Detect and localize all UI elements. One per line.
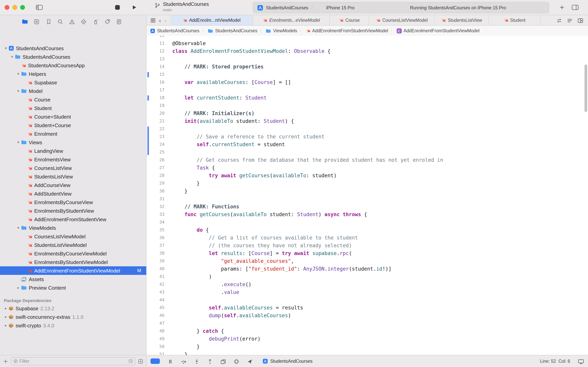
line-number[interactable]: 33 [147, 211, 168, 218]
line-number[interactable]: 38 [147, 250, 168, 257]
run-button[interactable] [131, 5, 137, 10]
breadcrumb-item[interactable]: CAddEnrolmentFromStudentViewModel [396, 28, 479, 33]
activity-viewer[interactable]: StudentsAndCourses 〉 iPhone 15 Pro Runni… [253, 2, 549, 13]
code-line[interactable]: 30 } [147, 187, 588, 195]
tree-item[interactable]: EnrolmentsByStudentView [0, 206, 146, 215]
disclosure-triangle-icon[interactable]: ▾ [9, 55, 15, 59]
code-line[interactable]: 29 } [147, 180, 588, 187]
minimize-button[interactable] [12, 5, 17, 10]
code-line[interactable]: 17 [147, 86, 588, 94]
code-line[interactable]: 50 } [147, 343, 588, 351]
line-number[interactable]: 16 [147, 79, 168, 86]
breadcrumb-item[interactable]: ViewModels [266, 28, 297, 33]
package-item[interactable]: ▸swift-crypto3.4.0 [0, 321, 146, 330]
line-number[interactable]: 48 [147, 327, 168, 335]
line-number[interactable]: 23 [147, 133, 168, 141]
line-number[interactable]: 10 [147, 36, 168, 40]
breadcrumb-item[interactable]: AddEnrolmentFromStudentViewModel [305, 28, 388, 33]
code-line[interactable]: 27 Task { [147, 164, 588, 172]
code-line[interactable]: 42 .execute() [147, 281, 588, 288]
go-forward-button[interactable]: › [165, 17, 167, 23]
toggle-inspector-button[interactable] [572, 5, 579, 10]
code-line[interactable]: 49 debugPrint(error) [147, 335, 588, 343]
view-debugger-button[interactable] [220, 358, 226, 365]
code-line[interactable]: 25 [147, 149, 588, 156]
tree-item[interactable]: Supabase [0, 78, 146, 87]
disclosure-triangle-icon[interactable]: ▾ [3, 46, 8, 50]
line-number[interactable]: 46 [147, 312, 168, 320]
disclosure-triangle-icon[interactable]: ▸ [3, 306, 8, 310]
code-line[interactable]: 33 func getCourses(availableTo student: … [147, 211, 588, 218]
tab-Student[interactable]: Student [489, 15, 541, 25]
line-number[interactable]: 41 [147, 273, 168, 281]
line-number[interactable]: 40 [147, 265, 168, 273]
line-number[interactable]: 17 [147, 86, 168, 94]
code-line[interactable]: 36 // Get a list of courses available to… [147, 234, 588, 242]
tab-CoursesListViewModel[interactable]: CoursesListViewModel [369, 15, 435, 25]
disclosure-triangle-icon[interactable]: ▸ [3, 324, 8, 327]
tree-item[interactable]: LandingView [0, 147, 146, 155]
tab-Enrolments...eViewModel[interactable]: Enrolments...eViewModel [253, 15, 330, 25]
code-line[interactable]: 16 var availableCourses: [Course] = [] [147, 79, 588, 86]
scheme-name[interactable]: StudentsAndCourses [266, 5, 308, 10]
step-out-button[interactable] [207, 358, 213, 365]
tree-item[interactable]: Assets [0, 275, 146, 284]
line-number[interactable]: 14 [147, 63, 168, 71]
breadcrumb-item[interactable]: StudentsAndCourses [208, 28, 257, 33]
tab-AddEnrolm...ntViewModel[interactable]: AddEnrolm...ntViewModel [170, 15, 253, 25]
tree-item[interactable]: EnrolmentsView [0, 155, 146, 164]
tests-navigator-button[interactable] [80, 18, 88, 25]
issues-navigator-button[interactable] [68, 18, 76, 25]
line-number[interactable]: 50 [147, 343, 168, 351]
display-button[interactable] [578, 358, 584, 365]
step-over-button[interactable] [181, 358, 186, 365]
line-number[interactable]: 34 [147, 218, 168, 226]
tree-item[interactable]: ▾ViewModels [0, 224, 146, 232]
line-number[interactable]: 28 [147, 172, 168, 180]
code-line[interactable]: 10 [147, 36, 588, 40]
pause-button[interactable] [168, 358, 173, 365]
code-line[interactable]: 15 [147, 71, 588, 79]
tree-item[interactable]: ▾Model [0, 87, 146, 95]
line-number[interactable]: 15 [147, 71, 168, 79]
related-items-button[interactable] [151, 17, 156, 24]
tree-item[interactable]: CoursesListViewModel [0, 232, 146, 241]
disclosure-triangle-icon[interactable]: ▾ [16, 226, 21, 230]
line-number[interactable]: 27 [147, 164, 168, 172]
step-into-button[interactable] [194, 358, 200, 365]
toggle-navigator-button[interactable] [36, 5, 43, 10]
line-number[interactable]: 11 [147, 40, 168, 47]
tree-item[interactable]: Student [0, 104, 146, 112]
line-number[interactable]: 25 [147, 149, 168, 156]
tree-item[interactable]: EnrolmentsByCourseViewModel [0, 249, 146, 258]
source-editor[interactable]: 1011@Observable12class AddEnrolmentFromS… [147, 36, 588, 355]
code-line[interactable]: 24 self.currentStudent = student [147, 141, 588, 149]
package-item[interactable]: ▸Supabase2.13.2 [0, 304, 146, 313]
line-number[interactable]: 37 [147, 242, 168, 250]
code-line[interactable]: 18 let currentStudent: Student [147, 94, 588, 102]
source-control-navigator-button[interactable] [33, 18, 41, 25]
code-line[interactable]: 26 // Get courses from the database that… [147, 156, 588, 164]
code-line[interactable]: 43 .value [147, 288, 588, 296]
disclosure-triangle-icon[interactable]: ▾ [16, 140, 21, 144]
code-line[interactable]: 28 try await getCourses(availableTo: stu… [147, 172, 588, 180]
disclosure-triangle-icon[interactable]: ▾ [16, 89, 21, 93]
zoom-button[interactable] [20, 5, 25, 10]
code-line[interactable]: 34 [147, 218, 588, 226]
line-number[interactable]: 35 [147, 226, 168, 234]
code-line[interactable]: 48 } catch { [147, 327, 588, 335]
memory-graph-button[interactable] [234, 358, 239, 365]
code-line[interactable]: 20 // MARK: Initializer(s) [147, 110, 588, 117]
line-number[interactable]: 51 [147, 351, 168, 355]
tree-item[interactable]: ▸Preview Content [0, 284, 146, 292]
code-line[interactable]: 31 [147, 195, 588, 203]
tree-item[interactable]: Course+Student [0, 112, 146, 121]
tab-StudentsListView[interactable]: StudentsListView [435, 15, 489, 25]
tree-item[interactable]: Course [0, 95, 146, 104]
tree-item[interactable]: Student+Course [0, 121, 146, 129]
code-line[interactable]: 11@Observable [147, 40, 588, 47]
code-line[interactable]: 44 [147, 296, 588, 304]
breakpoints-navigator-button[interactable] [103, 18, 111, 25]
code-line[interactable]: 23 // Save a reference to the current st… [147, 133, 588, 141]
breadcrumb-item[interactable]: StudentsAndCourses [150, 28, 199, 33]
